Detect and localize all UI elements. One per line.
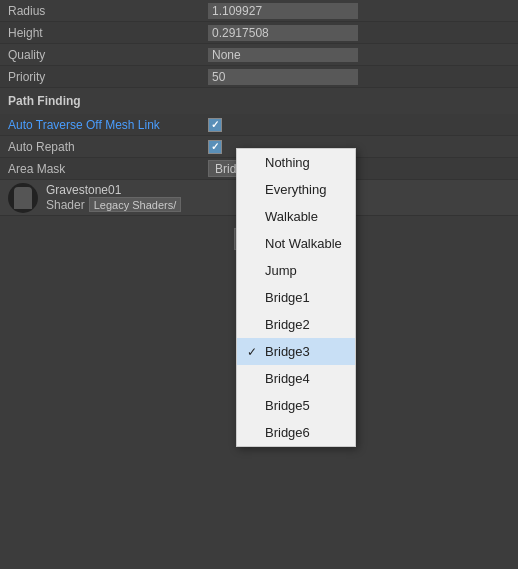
auto-traverse-checkbox[interactable] bbox=[208, 118, 222, 132]
shader-row: Shader Legacy Shaders/ bbox=[46, 197, 181, 212]
quality-row: Quality bbox=[0, 44, 518, 66]
dropdown-item-jump-label: Jump bbox=[265, 263, 297, 278]
dropdown-item-bridge5[interactable]: Bridge5 bbox=[237, 392, 355, 419]
gravestone-name: Gravestone01 bbox=[46, 183, 181, 197]
auto-traverse-label: Auto Traverse Off Mesh Link bbox=[8, 118, 208, 132]
radius-row: Radius bbox=[0, 0, 518, 22]
quality-value[interactable] bbox=[208, 48, 358, 62]
dropdown-item-everything-label: Everything bbox=[265, 182, 326, 197]
dropdown-item-bridge2-label: Bridge2 bbox=[265, 317, 310, 332]
dropdown-item-bridge3[interactable]: Bridge3 bbox=[237, 338, 355, 365]
radius-input[interactable] bbox=[208, 3, 358, 19]
dropdown-item-bridge3-label: Bridge3 bbox=[265, 344, 310, 359]
dropdown-item-bridge1-label: Bridge1 bbox=[265, 290, 310, 305]
dropdown-item-bridge1[interactable]: Bridge1 bbox=[237, 284, 355, 311]
dropdown-item-nothing[interactable]: Nothing bbox=[237, 149, 355, 176]
height-row: Height bbox=[0, 22, 518, 44]
dropdown-item-bridge6[interactable]: Bridge6 bbox=[237, 419, 355, 446]
priority-input[interactable] bbox=[208, 69, 358, 85]
auto-traverse-row: Auto Traverse Off Mesh Link bbox=[0, 114, 518, 136]
height-input[interactable] bbox=[208, 25, 358, 41]
dropdown-item-jump[interactable]: Jump bbox=[237, 257, 355, 284]
path-finding-header: Path Finding bbox=[0, 88, 518, 114]
priority-label: Priority bbox=[8, 70, 208, 84]
quality-label: Quality bbox=[8, 48, 208, 62]
auto-repath-label: Auto Repath bbox=[8, 140, 208, 154]
gravestone-avatar bbox=[8, 183, 38, 213]
dropdown-item-bridge2[interactable]: Bridge2 bbox=[237, 311, 355, 338]
dropdown-item-not-walkable-label: Not Walkable bbox=[265, 236, 342, 251]
area-mask-label: Area Mask bbox=[8, 162, 208, 176]
dropdown-item-bridge5-label: Bridge5 bbox=[265, 398, 310, 413]
dropdown-item-not-walkable[interactable]: Not Walkable bbox=[237, 230, 355, 257]
gravestone-info: Gravestone01 Shader Legacy Shaders/ bbox=[46, 183, 181, 212]
area-mask-dropdown: Nothing Everything Walkable Not Walkable… bbox=[236, 148, 356, 447]
priority-row: Priority bbox=[0, 66, 518, 88]
dropdown-item-bridge4-label: Bridge4 bbox=[265, 371, 310, 386]
auto-repath-checkbox[interactable] bbox=[208, 140, 222, 154]
shader-button[interactable]: Legacy Shaders/ bbox=[89, 197, 182, 212]
properties-panel: Radius Height Quality Priority Path Find… bbox=[0, 0, 518, 262]
dropdown-item-walkable[interactable]: Walkable bbox=[237, 203, 355, 230]
radius-label: Radius bbox=[8, 4, 208, 18]
dropdown-item-walkable-label: Walkable bbox=[265, 209, 318, 224]
dropdown-item-everything[interactable]: Everything bbox=[237, 176, 355, 203]
dropdown-item-bridge6-label: Bridge6 bbox=[265, 425, 310, 440]
path-finding-label: Path Finding bbox=[8, 94, 81, 108]
shader-label: Shader bbox=[46, 198, 85, 212]
dropdown-item-bridge4[interactable]: Bridge4 bbox=[237, 365, 355, 392]
dropdown-item-nothing-label: Nothing bbox=[265, 155, 310, 170]
height-label: Height bbox=[8, 26, 208, 40]
